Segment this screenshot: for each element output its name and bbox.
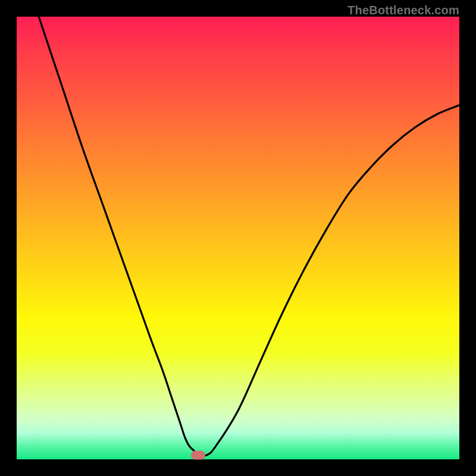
chart-frame: TheBottleneck.com: [0, 0, 476, 476]
bottleneck-curve: [17, 17, 459, 459]
attribution-text: TheBottleneck.com: [347, 4, 459, 17]
plot-area: [17, 17, 459, 459]
optimum-marker: [191, 450, 205, 459]
